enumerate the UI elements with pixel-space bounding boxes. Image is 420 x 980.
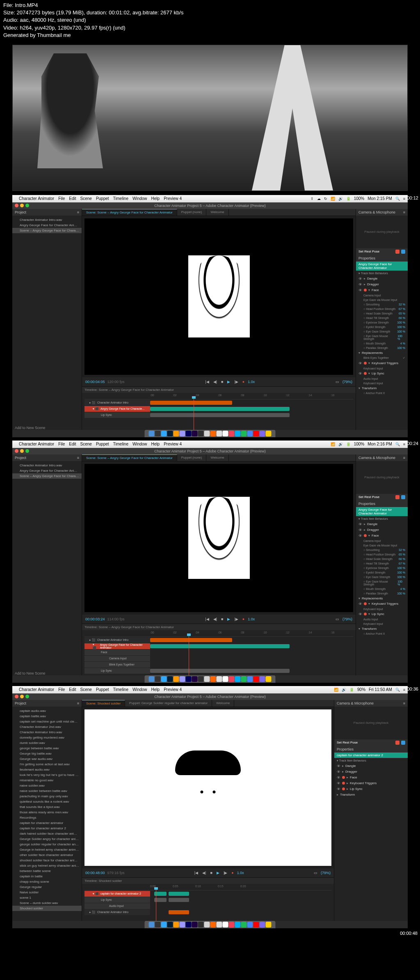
terminal-icon[interactable] (198, 431, 204, 436)
behavior-lipsync[interactable]: 👁▾Lip Sync (356, 371, 408, 376)
play-button[interactable]: ▶ (216, 870, 220, 876)
ae-icon[interactable] (180, 922, 185, 927)
menu-timeline[interactable]: Timeline (113, 196, 128, 201)
scene-tab[interactable]: Scene: Scene – Angry George Face for Cha… (82, 209, 177, 216)
face-head-pos[interactable]: ○ Head Position Strength65 % (356, 552, 408, 557)
behavior-transform[interactable]: ▸Transform (334, 792, 408, 797)
track-behaviors-header[interactable]: ▾ Track Item Behaviors (356, 271, 408, 276)
menu-file[interactable]: File (58, 196, 65, 201)
chrome-icon[interactable] (247, 431, 253, 436)
project-item[interactable]: Shocked soldier (12, 906, 82, 911)
wifi-icon[interactable]: 📶 (331, 442, 335, 446)
set-rest-pose-button[interactable]: Set Rest Pose (337, 741, 358, 745)
face-head-tilt[interactable]: ○ Head Tilt Strength67 % (356, 561, 408, 566)
behavior-keyboard[interactable]: 👁▾Keyboard Triggers (356, 601, 408, 607)
project-item[interactable]: other soldier face character animator (12, 852, 82, 858)
lipsync-keyboard-input[interactable]: Keyboard Input (356, 381, 408, 386)
pocket-icon[interactable] (229, 922, 235, 927)
behavior-replacements[interactable]: ▾Replacements (356, 596, 408, 601)
track-lipsync[interactable]: Lip Sync (84, 412, 150, 418)
track-face[interactable]: Face (84, 650, 150, 655)
project-item[interactable]: Recordings (12, 815, 82, 820)
mic-toggle-icon[interactable] (401, 495, 405, 499)
blink-eyes-together[interactable]: Blink Eyes Together✓ (356, 356, 408, 360)
menu-timeline[interactable]: Timeline (113, 442, 128, 446)
app-icon[interactable] (217, 676, 222, 682)
face-eyelid[interactable]: ○ Eyelid Strength100 % (356, 570, 408, 575)
project-item[interactable]: George regular (12, 884, 82, 890)
lr-icon[interactable] (155, 676, 161, 682)
battery-icon[interactable]: 🔋 (349, 688, 354, 692)
zoom-pct[interactable]: (79%) (321, 871, 331, 875)
project-item[interactable]: Angry George Face for Character Animator (12, 468, 82, 473)
close-button[interactable] (15, 204, 18, 207)
project-item[interactable]: captain audio.wav (12, 708, 82, 714)
menu-puppet[interactable]: Puppet (96, 196, 109, 201)
chrome-icon[interactable] (247, 922, 253, 927)
pr-icon[interactable] (173, 431, 179, 436)
menu-edit[interactable]: Edit (69, 196, 76, 201)
ch-icon[interactable] (192, 922, 198, 927)
notes-icon[interactable] (266, 431, 272, 436)
wifi-icon[interactable]: 📶 (331, 197, 335, 201)
behavior-face[interactable]: 👁▸Face (334, 775, 408, 780)
pocket-icon[interactable] (229, 676, 235, 682)
keyboard-input[interactable]: Keyboard Input (356, 607, 408, 611)
puppet-tab[interactable]: Puppet (none) (177, 454, 207, 461)
slack-icon[interactable] (260, 922, 265, 927)
project-item[interactable]: naive soldier between battle.wav (12, 788, 82, 794)
menu-window[interactable]: Window (132, 442, 147, 446)
goto-start-button[interactable]: |◀ (194, 870, 199, 876)
finder-icon[interactable] (149, 676, 155, 682)
scene-viewport[interactable] (84, 709, 331, 866)
fit-button[interactable]: ▭ (335, 616, 340, 622)
face-parallax[interactable]: ○ Parallax Strength100 % (356, 591, 408, 596)
project-item[interactable]: Character Animator Intro.wav (12, 463, 82, 468)
track-lipsync[interactable]: Lip Sync (84, 897, 150, 903)
face-eyegaze[interactable]: ○ Eye Gaze Strength100 % (356, 329, 408, 334)
mail-icon[interactable] (223, 431, 228, 436)
sync-icon[interactable]: ↻ (324, 197, 327, 201)
au-icon[interactable] (186, 676, 192, 682)
minimize-button[interactable] (20, 695, 24, 698)
timecode[interactable]: 00:00:04:05 (85, 380, 105, 384)
fit-button[interactable]: ▭ (313, 870, 318, 876)
behavior-dangle[interactable]: 👁▸Dangle (356, 521, 408, 527)
search-icon[interactable]: 🔍 (395, 688, 400, 692)
project-item[interactable]: lieutenant audio.wav (12, 767, 82, 772)
vlc-icon[interactable] (253, 431, 259, 436)
playback-speed[interactable]: 1.0x (248, 617, 255, 621)
menu-timeline[interactable]: Timeline (113, 687, 128, 692)
ch-icon[interactable] (192, 431, 198, 436)
vlc-icon[interactable] (253, 676, 259, 682)
project-item[interactable]: I'm getting some action at last.wav (12, 762, 82, 767)
search-icon[interactable]: 🔍 (395, 442, 400, 446)
safari-icon[interactable] (204, 431, 210, 436)
zoom-pct[interactable]: (79%) (342, 380, 352, 384)
project-item-selected[interactable]: Scene – Angry George Face for Character … (12, 228, 82, 233)
ai-icon[interactable] (167, 676, 173, 682)
project-item[interactable]: Scene – dumb soldier.wav (12, 900, 82, 906)
audio-clip[interactable] (150, 401, 232, 405)
playhead[interactable] (189, 636, 189, 675)
mic-toggle-icon[interactable] (401, 250, 405, 254)
project-item[interactable]: look he's very big but he's got to have … (12, 772, 82, 778)
maximize-button[interactable] (25, 204, 29, 207)
menu-scene[interactable]: Scene (80, 196, 92, 201)
puppet-clip[interactable] (150, 407, 290, 411)
panel-menu-icon[interactable]: ≡ (77, 456, 79, 460)
add-to-new-scene-button[interactable]: Add to New Scene (15, 426, 46, 430)
time-ruler[interactable]: :00:02:04:06:08:10:12:14:16 (84, 394, 353, 399)
face-eyegaze-mouse-str[interactable]: ○ Eye Gaze Mouse Strength100 % (356, 334, 408, 341)
timeline[interactable]: 0:000:050:100:150:20 ▾ ⬛captain for char… (82, 884, 334, 921)
terminal-icon[interactable] (198, 676, 204, 682)
project-item[interactable]: those aliens ready aims men.wav (12, 810, 82, 815)
behavior-replacements[interactable]: ▾Replacements (356, 350, 408, 356)
spotify-icon[interactable] (241, 676, 247, 682)
ch-icon[interactable] (192, 676, 198, 682)
welcome-tab[interactable]: Welcome (206, 209, 228, 216)
ps-icon[interactable] (161, 922, 167, 927)
project-item[interactable]: Naive soldier (12, 890, 82, 895)
set-rest-pose-button[interactable]: Set Rest Pose (358, 495, 379, 499)
dock[interactable] (145, 675, 276, 683)
